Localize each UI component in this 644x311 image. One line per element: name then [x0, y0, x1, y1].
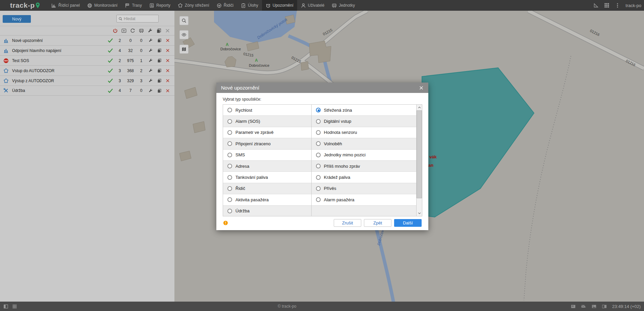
list-scrollbar[interactable]: [416, 105, 422, 216]
delete-icon[interactable]: [164, 38, 172, 43]
edit-wrench-icon[interactable]: [146, 79, 155, 83]
scroll-up-button[interactable]: [417, 105, 422, 110]
kebab-menu-icon[interactable]: [615, 3, 620, 8]
alert-row[interactable]: SOSTest SOS29751: [0, 55, 174, 65]
trigger-option[interactable]: Hodnota senzoru: [312, 127, 416, 138]
trigger-option[interactable]: Připojení ztraceno: [223, 138, 311, 149]
edit-wrench-icon[interactable]: [146, 68, 155, 73]
radio-button[interactable]: [316, 153, 321, 157]
trigger-option[interactable]: Řidič: [223, 183, 311, 194]
nav-item-dashboard[interactable]: Řídící panel: [48, 0, 84, 11]
trigger-option[interactable]: Jednotky mimo pozici: [312, 150, 416, 161]
radio-button[interactable]: [227, 197, 232, 202]
trigger-option[interactable]: Aktivita pasažéra: [223, 194, 311, 205]
radio-button[interactable]: [227, 209, 232, 213]
radio-button[interactable]: [316, 119, 321, 124]
account-label[interactable]: track-po: [626, 3, 641, 8]
alert-row[interactable]: Odpojení hlavního napájení4320: [0, 45, 174, 55]
radio-button[interactable]: [316, 186, 321, 191]
power-icon[interactable]: [113, 28, 118, 33]
nav-item-units[interactable]: Jednotky: [328, 0, 359, 11]
radio-button[interactable]: [227, 141, 232, 146]
trigger-option[interactable]: Parametr ve zprávě: [223, 127, 311, 138]
apps-grid-icon[interactable]: [604, 3, 609, 8]
trigger-option[interactable]: Alarm pasažéra: [312, 194, 416, 205]
grid-icon[interactable]: [12, 304, 17, 309]
delete-icon[interactable]: [164, 48, 172, 53]
radio-button[interactable]: [316, 175, 321, 180]
wrench-icon[interactable]: [148, 28, 153, 33]
delete-icon[interactable]: [164, 89, 172, 93]
nav-item-notifications[interactable]: Upozornění: [262, 0, 297, 11]
bus-icon[interactable]: [139, 28, 144, 33]
map-layers-button[interactable]: [179, 45, 189, 54]
scroll-track[interactable]: [417, 110, 422, 210]
nav-item-monitoring[interactable]: Monitorování: [84, 0, 121, 11]
new-alert-button[interactable]: Nový: [3, 15, 31, 23]
panel-toggle-icon[interactable]: [3, 304, 8, 309]
nav-item-reports[interactable]: Reporty: [146, 0, 174, 11]
delete-icon[interactable]: [164, 79, 172, 83]
edit-wrench-icon[interactable]: [146, 58, 155, 63]
copy-icon[interactable]: [155, 48, 164, 53]
delete-icon[interactable]: [164, 68, 172, 73]
refresh-icon[interactable]: [130, 28, 135, 33]
console-icon[interactable]: [571, 304, 576, 309]
copy-icon[interactable]: [155, 58, 164, 63]
trigger-option[interactable]: Alarm (SOS): [223, 116, 311, 127]
alert-row[interactable]: Údržba470: [0, 86, 174, 96]
copy-icon[interactable]: [155, 68, 164, 73]
trigger-option[interactable]: Údržba: [223, 206, 311, 216]
alert-row[interactable]: Výstup z AUTODOZOR33293: [0, 75, 174, 86]
radio-button[interactable]: [316, 130, 321, 135]
radio-button[interactable]: [227, 130, 232, 135]
copy-icon[interactable]: [155, 89, 164, 93]
trigger-option[interactable]: Digitální vstup: [312, 116, 416, 127]
radio-button[interactable]: [316, 164, 321, 168]
nav-item-tasks[interactable]: Úlohy: [237, 0, 262, 11]
close-icon[interactable]: [419, 86, 424, 90]
trigger-option[interactable]: Adresa: [223, 161, 311, 172]
radio-button[interactable]: [316, 197, 321, 202]
nav-item-users[interactable]: Uživatelé: [297, 0, 328, 11]
trigger-option[interactable]: Střežená zóna: [312, 105, 416, 116]
radio-button[interactable]: [316, 108, 321, 112]
edit-wrench-icon[interactable]: [146, 89, 155, 93]
trigger-option[interactable]: SMS: [223, 150, 311, 161]
trigger-option[interactable]: Tankování paliva: [223, 172, 311, 183]
radio-button[interactable]: [316, 141, 321, 146]
radio-button[interactable]: [227, 186, 232, 191]
scroll-thumb[interactable]: [417, 110, 422, 198]
radio-button[interactable]: [227, 164, 232, 168]
map-search-button[interactable]: [179, 16, 189, 25]
copy-icon[interactable]: [156, 28, 161, 33]
delete-icon[interactable]: [164, 58, 172, 63]
cancel-button[interactable]: Zrušit: [334, 219, 361, 227]
edit-wrench-icon[interactable]: [146, 48, 155, 53]
copy-icon[interactable]: [155, 79, 164, 83]
image-icon[interactable]: [591, 304, 597, 309]
edit-wrench-icon[interactable]: [146, 38, 155, 43]
alert-row[interactable]: Vstup do AUTODOZOR33682: [0, 65, 174, 75]
radio-button[interactable]: [227, 153, 232, 157]
trigger-option[interactable]: Přívěs: [312, 183, 416, 194]
nav-item-routes[interactable]: Trasy: [121, 0, 146, 11]
search-input[interactable]: [124, 16, 156, 21]
alert-row[interactable]: Nové upozornění200: [0, 35, 174, 45]
trigger-option[interactable]: Volnoběh: [312, 138, 416, 149]
mail-send-icon[interactable]: [581, 304, 586, 309]
radio-button[interactable]: [227, 119, 232, 124]
radio-button[interactable]: [227, 175, 232, 180]
nav-item-drivers[interactable]: Řidiči: [213, 0, 237, 11]
map-visibility-button[interactable]: [179, 30, 189, 39]
next-button[interactable]: Další: [394, 219, 422, 227]
back-button[interactable]: Zpět: [364, 219, 391, 227]
trigger-option[interactable]: Příliš mnoho zpráv: [312, 161, 416, 172]
copy-icon[interactable]: [155, 38, 164, 43]
columns-icon[interactable]: [602, 304, 607, 309]
app-logo[interactable]: track-p: [10, 0, 40, 11]
nav-item-geofences[interactable]: Zóny střežení: [174, 0, 213, 11]
trigger-option[interactable]: Rychlost: [223, 105, 311, 116]
ruler-icon[interactable]: [593, 3, 599, 8]
play-window-icon[interactable]: [121, 28, 126, 33]
